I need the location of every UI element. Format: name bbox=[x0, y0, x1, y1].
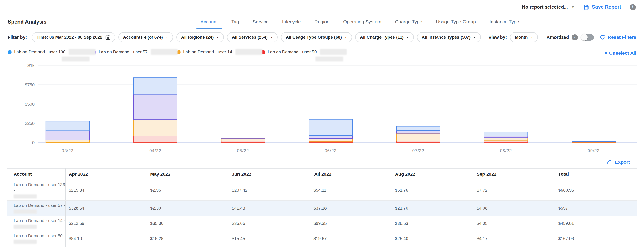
chart-bar-segment-lab-on-demand-user-57[interactable] bbox=[46, 131, 90, 140]
filter-pill-label: Time: 06 Mar 2022 - 06 Sep 2022 bbox=[36, 35, 102, 40]
chart-bar-segment-lab-on-demand-user-50[interactable] bbox=[484, 141, 528, 143]
total-value-cell: $20.02 bbox=[474, 246, 555, 247]
chart-bar-segment-lab-on-demand-user-57[interactable] bbox=[309, 135, 352, 138]
reset-filters-button[interactable]: Reset Filters bbox=[600, 34, 636, 40]
account-name: Lab on Demand - user 57 - bbox=[14, 203, 66, 208]
amortized-toggle[interactable] bbox=[581, 34, 594, 41]
tab-service[interactable]: Service bbox=[252, 19, 269, 29]
table-row-lab-on-demand-user-57[interactable]: Lab on Demand - user 57 -$328.64$2.39$41… bbox=[7, 201, 637, 216]
column-header-sep-2022[interactable]: Sep 2022 bbox=[474, 169, 555, 180]
value-cell: $51.76 bbox=[392, 180, 474, 201]
legend-item-lab-on-demand-user-50[interactable]: Lab on Demand - user 50 bbox=[261, 49, 346, 64]
chart-bar-segment-lab-on-demand-user-57[interactable] bbox=[484, 136, 528, 138]
legend-item-lab-on-demand-user-14[interactable]: Lab on Demand - user 14 bbox=[177, 49, 261, 64]
value-cell: $4.05 bbox=[474, 216, 555, 231]
top-bar: No report selected... ▼ Save Report i bbox=[0, 0, 644, 14]
report-selector-dropdown[interactable]: No report selected... ▼ bbox=[522, 4, 574, 10]
chart-bar-segment-lab-on-demand-user-14[interactable] bbox=[309, 138, 352, 141]
chart-bar-segment-lab-on-demand-user-136[interactable] bbox=[309, 119, 352, 136]
redacted-text bbox=[14, 240, 37, 244]
table-header-row: AccountApr 2022May 2022Jun 2022Jul 2022A… bbox=[7, 169, 637, 180]
filter-pill-accounts[interactable]: Accounts 4 (of 674)▼ bbox=[118, 32, 173, 42]
filter-pill-usage-type-groups[interactable]: All Usage Type Groups (68)▼ bbox=[281, 32, 352, 42]
info-icon[interactable]: i bbox=[572, 34, 578, 40]
table-row-lab-on-demand-user-14[interactable]: Lab on Demand - user 14 -$212.59$35.30$3… bbox=[7, 216, 637, 231]
chart-bar-segment-lab-on-demand-user-14[interactable] bbox=[484, 138, 528, 141]
column-header-jun-2022[interactable]: Jun 2022 bbox=[228, 169, 310, 180]
column-header-total[interactable]: Total bbox=[555, 169, 637, 180]
redacted-text bbox=[69, 49, 96, 55]
chart-bar-segment-lab-on-demand-user-136[interactable] bbox=[134, 78, 177, 94]
export-label: Export bbox=[615, 159, 630, 165]
chart-bar-segment-lab-on-demand-user-136[interactable] bbox=[572, 141, 615, 142]
legend-item-lab-on-demand-user-136[interactable]: Lab on Demand - user 136 bbox=[8, 49, 92, 64]
tab-usage-type-group[interactable]: Usage Type Group bbox=[436, 19, 476, 29]
chart-bar-segment-lab-on-demand-user-50[interactable] bbox=[134, 136, 177, 143]
filter-by-label: Filter by: bbox=[8, 35, 27, 40]
info-icon[interactable]: i bbox=[630, 4, 636, 10]
chart-x-tick-label: 07/22 bbox=[412, 148, 424, 153]
chart-bar-segment-lab-on-demand-user-14[interactable] bbox=[396, 133, 440, 141]
account-name: Lab on Demand - user 136 - bbox=[14, 182, 66, 193]
total-value-cell: $58.92 bbox=[147, 246, 228, 247]
table-row-lab-on-demand-user-136[interactable]: Lab on Demand - user 136 -$215.34$2.95$2… bbox=[7, 180, 637, 201]
unselect-all-button[interactable]: × Unselect All bbox=[604, 50, 636, 56]
chevron-down-icon: ▼ bbox=[530, 36, 533, 39]
column-header-account[interactable]: Account bbox=[7, 169, 66, 180]
column-header-aug-2022[interactable]: Aug 2022 bbox=[392, 169, 474, 180]
tab-account[interactable]: Account bbox=[200, 19, 218, 29]
chart-bar-segment-lab-on-demand-user-136[interactable] bbox=[46, 121, 90, 131]
tab-lifecycle[interactable]: Lifecycle bbox=[282, 19, 301, 29]
tab-instance-type[interactable]: Instance Type bbox=[489, 19, 520, 29]
value-cell: $167.08 bbox=[555, 231, 637, 246]
column-header-apr-2022[interactable]: Apr 2022 bbox=[66, 169, 147, 180]
legend-item-lab-on-demand-user-57[interactable]: Lab on Demand - user 57 bbox=[92, 49, 177, 64]
save-report-label: Save Report bbox=[592, 4, 621, 10]
chart-x-tick-label: 05/22 bbox=[237, 148, 249, 153]
save-report-button[interactable]: Save Report bbox=[583, 4, 621, 10]
account-cell: Lab on Demand - user 136 - bbox=[7, 180, 66, 201]
spend-bar-chart: $1k$750$500$250003/2204/2205/2206/2207/2… bbox=[0, 64, 644, 157]
amortized-label: Amortized bbox=[546, 35, 569, 40]
chart-bar-segment-lab-on-demand-user-136[interactable] bbox=[484, 132, 528, 136]
legend-line: Lab on Demand - user 50 bbox=[261, 49, 346, 55]
filter-pill-instance-types[interactable]: All Instance Types (507)▼ bbox=[417, 32, 481, 42]
chart-bar-segment-lab-on-demand-user-136[interactable] bbox=[396, 126, 440, 130]
chart-bar-segment-lab-on-demand-user-14[interactable] bbox=[221, 138, 265, 141]
chart-x-tick-label: 04/22 bbox=[149, 148, 161, 153]
chart-bar-segment-lab-on-demand-user-136[interactable] bbox=[221, 138, 265, 138]
chevron-down-icon: ▼ bbox=[216, 36, 219, 39]
filter-pill-services[interactable]: All Services (254)▼ bbox=[227, 32, 278, 42]
column-header-may-2022[interactable]: May 2022 bbox=[147, 169, 228, 180]
value-cell: $35.30 bbox=[147, 216, 228, 231]
redacted-text bbox=[320, 49, 347, 55]
filter-pill-charge-types[interactable]: All Charge Types (11)▼ bbox=[355, 32, 414, 42]
value-cell: $15.45 bbox=[228, 231, 310, 246]
chart-bar-segment-lab-on-demand-user-57[interactable] bbox=[134, 94, 177, 120]
column-divider bbox=[310, 171, 310, 177]
legend-dot-icon bbox=[8, 50, 12, 54]
export-button[interactable]: Export bbox=[606, 159, 630, 165]
chart-bar-segment-lab-on-demand-user-14[interactable] bbox=[46, 140, 90, 143]
legend-label: Lab on Demand - user 14 bbox=[183, 49, 232, 54]
tab-region[interactable]: Region bbox=[314, 19, 330, 29]
filter-pill-label: All Regions (24) bbox=[181, 35, 214, 40]
tab-tag[interactable]: Tag bbox=[231, 19, 240, 29]
chart-bar-segment-lab-on-demand-user-57[interactable] bbox=[396, 131, 440, 133]
column-header-label: May 2022 bbox=[150, 172, 170, 177]
chart-y-tick-label: 0 bbox=[32, 140, 34, 145]
spend-table: AccountApr 2022May 2022Jun 2022Jul 2022A… bbox=[7, 168, 637, 247]
column-header-jul-2022[interactable]: Jul 2022 bbox=[310, 169, 392, 180]
redacted-text bbox=[14, 194, 37, 198]
view-by-dropdown[interactable]: Month ▼ bbox=[510, 32, 538, 42]
column-divider bbox=[66, 171, 66, 177]
value-cell: $212.59 bbox=[66, 216, 147, 231]
filter-pill-regions[interactable]: All Regions (24)▼ bbox=[176, 32, 224, 42]
chart-bar-segment-lab-on-demand-user-50[interactable] bbox=[396, 141, 440, 143]
filter-pill-time[interactable]: Time: 06 Mar 2022 - 06 Sep 2022 bbox=[32, 32, 115, 42]
table-row-lab-on-demand-user-50[interactable]: Lab on Demand - user 50 -$84.10$18.28$15… bbox=[7, 231, 637, 246]
tab-operating-system[interactable]: Operating System bbox=[343, 19, 382, 29]
total-label-cell: Total bbox=[7, 246, 66, 247]
tab-charge-type[interactable]: Charge Type bbox=[394, 19, 423, 29]
chart-bar-segment-lab-on-demand-user-14[interactable] bbox=[134, 120, 177, 136]
